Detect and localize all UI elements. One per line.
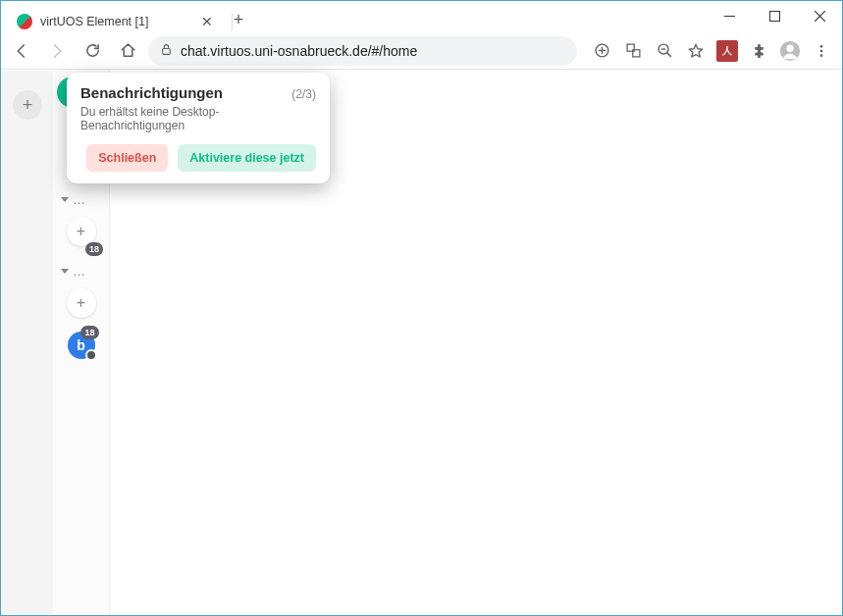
back-button[interactable] [7, 36, 36, 66]
status-dot-icon [85, 349, 97, 361]
favicon-icon [17, 14, 32, 29]
room-letter: b [77, 337, 85, 353]
browser-tab[interactable]: virtUOS Element [1] ✕ [9, 7, 225, 36]
svg-point-14 [786, 44, 793, 51]
close-window-button[interactable] [797, 1, 842, 30]
zoom-icon[interactable] [650, 36, 679, 66]
bookmark-star-icon[interactable] [681, 36, 711, 66]
section-label-1: … [73, 192, 86, 207]
spaces-panel: + [2, 71, 53, 614]
toast-title: Benachrichtigungen [80, 84, 223, 101]
address-bar[interactable]: chat.virtuos.uni-osnabrueck.de/#/home [148, 36, 577, 66]
reload-button[interactable] [78, 36, 107, 66]
unread-badge-2: 18 [80, 326, 98, 339]
window-controls [707, 1, 842, 32]
svg-rect-4 [163, 48, 171, 54]
pdf-extension-icon[interactable]: 人 [712, 36, 742, 66]
svg-line-11 [666, 53, 670, 57]
toast-activate-button[interactable]: Aktiviere diese jetzt [178, 144, 316, 172]
forward-button[interactable] [42, 36, 72, 66]
tab-close-button[interactable]: ✕ [199, 14, 215, 29]
home-button[interactable] [113, 36, 142, 66]
lock-icon [160, 42, 173, 60]
main-area: Benachrichtigungen (2/3) Du erhältst kei… [110, 71, 841, 614]
svg-point-17 [820, 54, 823, 57]
chevron-down-icon [61, 197, 69, 202]
notification-toast: Benachrichtigungen (2/3) Du erhältst kei… [67, 73, 330, 183]
toolbar-right-group: 人 [587, 36, 836, 66]
extensions-icon[interactable] [744, 36, 773, 66]
section-toggle-1[interactable]: … [53, 192, 109, 207]
svg-rect-1 [769, 11, 779, 21]
translate-icon[interactable] [618, 36, 648, 66]
svg-point-16 [820, 49, 823, 52]
section-label-2: … [73, 264, 86, 279]
svg-point-15 [820, 45, 823, 48]
maximize-button[interactable] [752, 1, 797, 30]
toast-close-button[interactable]: Schließen [86, 144, 168, 172]
add-room-button-2[interactable]: + [67, 288, 96, 318]
browser-window: virtUOS Element [1] ✕ + chat.virtuos.uni… [0, 0, 843, 616]
add-space-button[interactable]: + [13, 90, 42, 120]
room-avatar-b[interactable]: b 18 [68, 332, 95, 359]
tab-title: virtUOS Element [1] [40, 15, 199, 28]
app-content: + … + 18 … + b 18 [2, 71, 841, 614]
profile-icon[interactable] [775, 36, 805, 66]
url-text: chat.virtuos.uni-osnabrueck.de/#/home [181, 43, 417, 59]
section-toggle-2[interactable]: … [53, 264, 109, 279]
kebab-menu-icon[interactable] [807, 36, 836, 66]
install-app-icon[interactable] [587, 36, 616, 66]
toast-message: Du erhältst keine Desktop-Benachrichtigu… [80, 105, 316, 132]
minimize-button[interactable] [707, 1, 752, 30]
browser-toolbar: chat.virtuos.uni-osnabrueck.de/#/home 人 [1, 32, 842, 70]
toast-counter: (2/3) [291, 87, 316, 101]
new-tab-button[interactable]: + [225, 7, 252, 32]
titlebar: virtUOS Element [1] ✕ + [1, 1, 842, 32]
chevron-down-icon [61, 269, 69, 274]
unread-badge-1: 18 [85, 242, 103, 256]
